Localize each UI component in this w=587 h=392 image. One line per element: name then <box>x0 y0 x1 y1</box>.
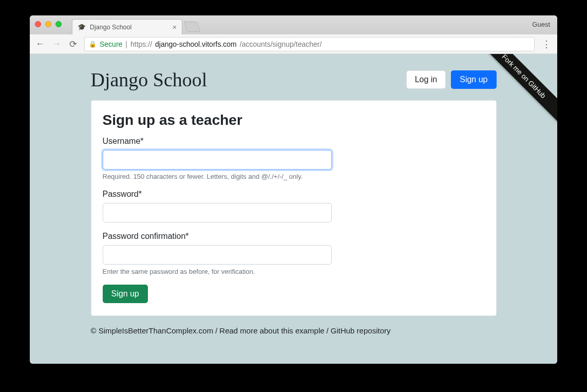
back-button[interactable]: ← <box>35 39 45 49</box>
footer-link-readmore[interactable]: Read more about this example <box>219 326 324 335</box>
footer-link-github[interactable]: GitHub repository <box>331 326 391 335</box>
header-buttons: Log in Sign up <box>406 70 497 89</box>
username-input[interactable] <box>103 150 332 170</box>
url-host: django-school.vitorfs.com <box>155 40 237 48</box>
footer-sep-2: / <box>327 326 329 335</box>
signup-button[interactable]: Sign up <box>451 70 496 89</box>
password-confirm-input[interactable] <box>103 245 332 265</box>
page-container: Django School Log in Sign up Sign up as … <box>91 68 497 335</box>
footer-copyright: © SimpleIsBetterThanComplex.com <box>91 326 214 335</box>
close-tab-icon[interactable]: × <box>173 23 177 31</box>
brand-logo[interactable]: Django School <box>91 68 207 91</box>
password-group: Password* <box>103 190 485 222</box>
page-footer: © SimpleIsBetterThanComplex.com / Read m… <box>91 326 497 335</box>
submit-button[interactable]: Sign up <box>103 285 148 303</box>
window-controls <box>35 21 62 27</box>
page-header: Django School Log in Sign up <box>91 68 497 91</box>
password-confirm-group: Password confirmation* Enter the same pa… <box>103 232 485 275</box>
password-confirm-label: Password confirmation* <box>103 232 485 241</box>
address-bar[interactable]: 🔒 Secure | https://django-school.vitorfs… <box>84 37 535 51</box>
graduation-cap-icon: 🎓 <box>78 23 86 31</box>
secure-label: Secure <box>100 40 122 48</box>
close-icon[interactable] <box>35 21 41 27</box>
browser-tab[interactable]: 🎓 Django School × <box>72 19 182 34</box>
url-path: /accounts/signup/teacher/ <box>240 40 322 48</box>
profile-label[interactable]: Guest <box>532 21 550 28</box>
tab-bar: 🎓 Django School × Guest <box>30 15 557 34</box>
username-label: Username* <box>103 137 485 146</box>
menu-icon[interactable]: ⋮ <box>541 39 552 50</box>
signup-card: Sign up as a teacher Username* Required.… <box>91 100 497 316</box>
separator: | <box>125 40 127 48</box>
login-button[interactable]: Log in <box>406 70 446 89</box>
address-bar-row: ← → ⟳ 🔒 Secure | https://django-school.v… <box>30 34 557 54</box>
lock-icon: 🔒 <box>89 41 97 48</box>
username-group: Username* Required. 150 characters or fe… <box>103 137 485 180</box>
reload-button[interactable]: ⟳ <box>68 39 78 50</box>
page-title: Sign up as a teacher <box>103 112 485 128</box>
password-input[interactable] <box>103 203 332 222</box>
browser-window: 🎓 Django School × Guest ← → ⟳ 🔒 Secure |… <box>30 15 557 364</box>
maximize-icon[interactable] <box>55 21 62 27</box>
new-tab-button[interactable] <box>183 22 200 32</box>
footer-sep-1: / <box>215 326 217 335</box>
username-help: Required. 150 characters or fewer. Lette… <box>103 173 485 180</box>
password-label: Password* <box>103 190 485 199</box>
password-confirm-help: Enter the same password as before, for v… <box>103 268 485 275</box>
minimize-icon[interactable] <box>45 21 51 27</box>
tab-title: Django School <box>90 24 131 31</box>
page-viewport: Fork me on GitHub Django School Log in S… <box>30 54 557 364</box>
forward-button[interactable]: → <box>51 39 62 49</box>
url-scheme: https:// <box>130 40 152 48</box>
